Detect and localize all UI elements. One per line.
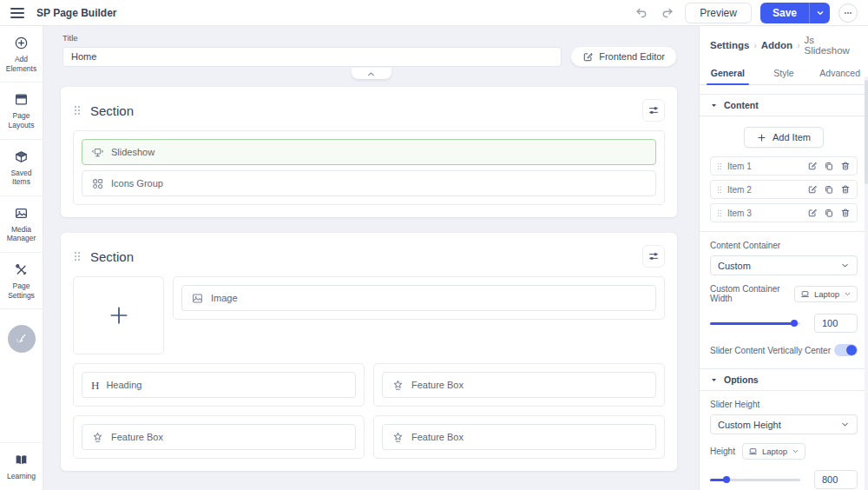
device-selector[interactable]: Laptop <box>794 286 858 302</box>
height-input[interactable] <box>814 470 858 489</box>
frontend-editor-label: Frontend Editor <box>599 51 665 62</box>
sidebar-item-label: Page Layouts <box>2 111 41 129</box>
page-title-bar: Title Frontend Editor <box>43 26 699 68</box>
slideshow-icon <box>91 146 104 159</box>
caret-down-icon <box>710 376 718 384</box>
container-width-input[interactable] <box>814 314 858 333</box>
breadcrumb-addon[interactable]: Addon <box>761 40 792 50</box>
preview-button[interactable]: Preview <box>685 3 752 23</box>
collapse-titlebar-tab[interactable] <box>352 68 391 79</box>
addon-feature-box[interactable]: Feature Box <box>82 424 356 450</box>
vertical-center-toggle[interactable] <box>834 344 858 356</box>
tab-general[interactable]: General <box>700 63 756 84</box>
page-title-input[interactable] <box>62 47 562 67</box>
drag-handle-icon[interactable] <box>717 162 722 171</box>
menu-icon[interactable] <box>10 8 24 18</box>
title-label: Title <box>62 33 677 43</box>
chevron-down-icon <box>844 290 852 298</box>
laptop-icon <box>748 447 758 456</box>
add-item-button[interactable]: Add Item <box>744 127 824 148</box>
section-title: Section <box>90 249 634 264</box>
addon-heading[interactable]: H Heading <box>82 372 356 398</box>
sidebar-clear-area <box>0 309 43 368</box>
canvas-scroll: Section Slideshow Icons Group <box>43 68 699 490</box>
more-options-button[interactable] <box>838 3 858 23</box>
tab-style[interactable]: Style <box>756 63 812 84</box>
edit-icon[interactable] <box>807 208 818 218</box>
device-selector[interactable]: Laptop <box>742 443 806 460</box>
drag-handle-icon[interactable] <box>717 185 722 195</box>
sidebar-item-media-manager[interactable]: Media Manager <box>0 196 43 253</box>
sidebar-item-add-elements[interactable]: Add Elements <box>0 26 43 83</box>
slide-item-row[interactable]: Item 3 <box>710 203 858 222</box>
image-icon <box>191 292 204 305</box>
addon-image[interactable]: Image <box>181 285 656 311</box>
group-options-header[interactable]: Options <box>700 368 868 391</box>
addon-label: Image <box>211 293 238 303</box>
slide-item-row[interactable]: Item 2 <box>710 180 858 199</box>
sidebar-item-label: Media Manager <box>2 225 41 243</box>
save-button[interactable]: Save <box>760 3 809 23</box>
drag-handle-icon[interactable] <box>717 209 722 218</box>
panel-scrollbar[interactable] <box>865 76 868 490</box>
clear-page-button[interactable] <box>8 325 36 353</box>
section-options-button[interactable] <box>642 99 665 122</box>
addon-label: Icons Group <box>111 178 163 189</box>
redo-icon[interactable] <box>659 4 676 22</box>
group-title: Content <box>724 100 759 110</box>
item-label: Item 2 <box>727 185 807 195</box>
add-addon-column-button[interactable] <box>73 276 164 354</box>
duplicate-icon[interactable] <box>824 161 834 171</box>
section-options-button[interactable] <box>642 245 665 268</box>
drag-handle-icon[interactable] <box>73 103 82 117</box>
container-width-slider[interactable] <box>710 322 800 325</box>
addon-icons-group[interactable]: Icons Group <box>82 170 656 196</box>
duplicate-icon[interactable] <box>824 208 834 218</box>
laptop-icon <box>800 289 810 299</box>
plus-circle-icon <box>14 36 29 50</box>
addon-slideshow[interactable]: Slideshow <box>82 139 656 165</box>
feature-box-icon <box>391 379 404 392</box>
media-icon <box>14 206 29 221</box>
feature-box-icon <box>91 431 104 444</box>
content-container-select[interactable]: Custom <box>710 255 858 275</box>
addon-feature-box[interactable]: Feature Box <box>382 424 656 450</box>
sidebar-item-page-settings[interactable]: Page Settings <box>0 253 43 309</box>
section-title: Section <box>90 103 634 118</box>
sidebar-item-learning[interactable]: Learning <box>0 442 43 490</box>
edit-icon[interactable] <box>807 184 818 195</box>
save-dropdown-button[interactable] <box>809 3 830 23</box>
breadcrumb-settings[interactable]: Settings <box>710 40 749 50</box>
sidebar-item-page-layouts[interactable]: Page Layouts <box>0 83 43 139</box>
slide-item-row[interactable]: Item 1 <box>710 156 858 175</box>
tools-icon <box>14 262 29 277</box>
device-label: Laptop <box>814 289 839 299</box>
sidebar-item-label: Page Settings <box>2 281 41 300</box>
duplicate-icon[interactable] <box>824 184 834 195</box>
drag-handle-icon[interactable] <box>73 249 82 263</box>
tab-advanced[interactable]: Advanced <box>812 63 868 84</box>
slider-handle[interactable] <box>791 320 798 327</box>
sidebar-item-saved-items[interactable]: Saved Items <box>0 140 43 196</box>
delete-icon[interactable] <box>840 208 851 218</box>
column-container: H Heading <box>73 363 365 407</box>
delete-icon[interactable] <box>840 161 851 171</box>
panel-scroll-area: Content Add Item Item 1 <box>700 85 868 490</box>
section-1: Section Slideshow Icons Group <box>61 87 677 217</box>
column-container: Image <box>173 276 665 320</box>
icons-group-icon <box>91 177 104 190</box>
group-content-header[interactable]: Content <box>700 94 868 116</box>
undo-icon[interactable] <box>633 4 650 22</box>
edit-icon[interactable] <box>807 161 818 171</box>
delete-icon[interactable] <box>840 184 851 195</box>
slider-handle[interactable] <box>723 476 730 483</box>
addon-label: Feature Box <box>411 432 464 442</box>
height-slider[interactable] <box>710 479 800 481</box>
addon-feature-box[interactable]: Feature Box <box>382 372 656 398</box>
slider-height-select[interactable]: Custom Height <box>710 414 858 434</box>
frontend-editor-button[interactable]: Frontend Editor <box>570 46 677 67</box>
chevron-down-icon <box>840 420 850 429</box>
plus-icon <box>108 304 130 327</box>
column-container: Feature Box <box>73 415 365 459</box>
breadcrumb-current: Js Slideshow <box>804 35 858 56</box>
